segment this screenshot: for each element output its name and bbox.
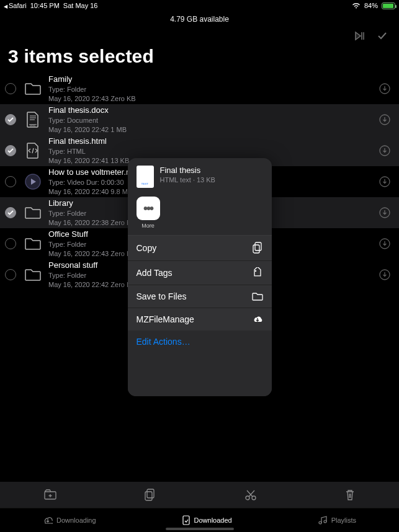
- download-icon[interactable]: [379, 269, 390, 280]
- select-checkbox[interactable]: [5, 238, 16, 249]
- tab-downloading[interactable]: Downloading: [43, 516, 96, 525]
- video-icon: [24, 172, 42, 191]
- file-info: Type: FolderMay 16, 2020 22:43Zero KB: [48, 85, 393, 103]
- download-icon[interactable]: [379, 207, 390, 218]
- select-checkbox[interactable]: [5, 83, 16, 94]
- file-name: Family: [48, 74, 393, 84]
- select-checkbox[interactable]: [5, 114, 16, 125]
- share-file-title: Final thesis: [160, 166, 215, 175]
- wifi-icon: [352, 2, 361, 9]
- download-icon[interactable]: [379, 114, 390, 125]
- status-time: 10:45 PM: [30, 2, 60, 9]
- status-date: Sat May 16: [63, 2, 98, 9]
- trash-icon[interactable]: [345, 489, 355, 501]
- back-to-app[interactable]: Safari: [4, 2, 27, 9]
- battery-icon: [382, 2, 395, 9]
- svg-rect-11: [145, 492, 152, 500]
- app-cloud-icon: [252, 315, 263, 324]
- action-add-tags[interactable]: Add Tags: [128, 261, 272, 285]
- svg-rect-18: [253, 245, 259, 253]
- file-row[interactable]: FamilyType: FolderMay 16, 2020 22:43Zero…: [0, 73, 399, 104]
- doc-icon: DOC: [24, 110, 42, 129]
- action-app[interactable]: MZFileManage: [128, 308, 272, 330]
- folder-icon: [252, 291, 263, 301]
- folder-icon: [24, 234, 42, 253]
- folder-icon: [24, 203, 42, 222]
- file-name: Final thesis.html: [48, 136, 393, 146]
- svg-text:DOC: DOC: [30, 124, 36, 127]
- select-checkbox[interactable]: [5, 145, 16, 156]
- select-checkbox[interactable]: [5, 176, 16, 187]
- home-indicator[interactable]: [166, 528, 234, 530]
- svg-point-19: [254, 270, 256, 272]
- tab-label: Downloaded: [194, 516, 232, 524]
- action-copy[interactable]: Copy: [128, 236, 272, 261]
- action-edit-actions[interactable]: Edit Actions…: [128, 330, 272, 353]
- storage-available: 4.79 GB available: [0, 11, 399, 27]
- new-folder-icon[interactable]: [44, 489, 56, 500]
- play-icon[interactable]: [354, 31, 365, 41]
- share-sheet: Final thesis HTML text · 13 KB ••• More …: [128, 158, 272, 396]
- action-label: Save to Files: [137, 291, 187, 301]
- action-label: Add Tags: [137, 268, 173, 278]
- copy-toolbar-icon[interactable]: [145, 489, 156, 501]
- share-file-subtitle: HTML text · 13 KB: [160, 176, 215, 184]
- select-checkbox[interactable]: [5, 269, 16, 280]
- file-info: Type: DocumentMay 16, 2020 22:421 MB: [48, 116, 393, 134]
- action-label: Copy: [137, 243, 157, 253]
- action-label: MZFileManage: [137, 314, 194, 324]
- download-icon[interactable]: [379, 176, 390, 187]
- download-icon[interactable]: [379, 145, 390, 156]
- folder-icon: [24, 265, 42, 284]
- copy-icon: [252, 242, 263, 254]
- tag-icon: [252, 267, 263, 278]
- tab-playlists[interactable]: Playlists: [318, 516, 356, 525]
- more-apps-label: More: [137, 223, 160, 229]
- html-icon: [24, 141, 42, 160]
- tab-label: Playlists: [331, 516, 356, 524]
- folder-icon: [24, 79, 42, 98]
- svg-rect-17: [255, 242, 261, 250]
- page-title: 3 items selected: [0, 42, 399, 73]
- cut-icon[interactable]: [244, 489, 257, 500]
- more-apps-button[interactable]: •••: [137, 197, 160, 220]
- checkmark-icon[interactable]: [377, 31, 388, 41]
- tab-label: Downloading: [56, 516, 96, 524]
- svg-rect-14: [183, 516, 189, 525]
- status-bar: Safari 10:45 PM Sat May 16 84%: [0, 0, 399, 11]
- document-icon: [137, 166, 154, 188]
- battery-pct: 84%: [364, 2, 378, 9]
- file-row[interactable]: DOCFinal thesis.docxType: DocumentMay 16…: [0, 104, 399, 135]
- action-save-to-files[interactable]: Save to Files: [128, 285, 272, 308]
- file-name: Final thesis.docx: [48, 105, 393, 115]
- download-icon[interactable]: [379, 83, 390, 94]
- svg-rect-10: [147, 489, 154, 498]
- bottom-toolbar: [0, 482, 399, 508]
- tab-downloaded[interactable]: Downloaded: [182, 515, 232, 525]
- select-checkbox[interactable]: [5, 207, 16, 218]
- download-icon[interactable]: [379, 238, 390, 249]
